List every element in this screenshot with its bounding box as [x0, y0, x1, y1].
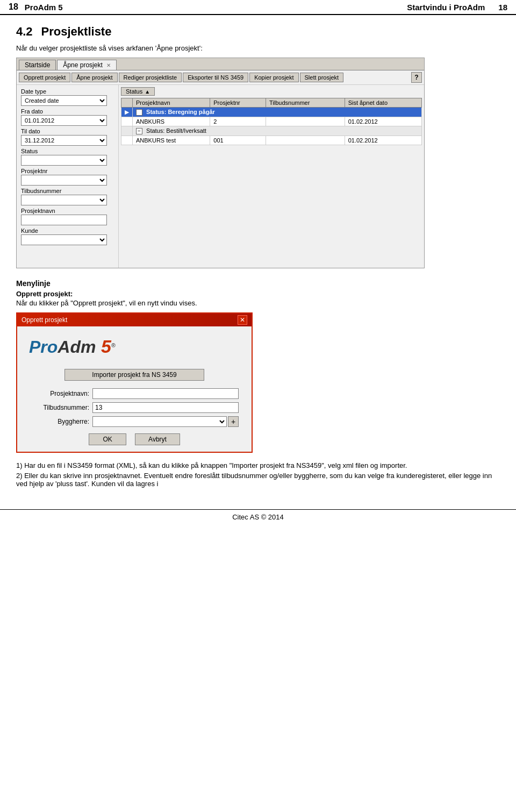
date-type-row: Date type Created date	[21, 88, 114, 106]
tilbudsnummer-field-label: Tilbudsnummer:	[30, 404, 89, 411]
import-ns3459-button[interactable]: Importer prosjekt fra NS 3459	[64, 369, 204, 381]
status-row: Status	[21, 148, 114, 166]
logo-text: ProAdm 5®	[29, 336, 116, 357]
table-row[interactable]: ▶ − Status: Beregning pågår	[121, 108, 422, 117]
byggherre-field-label: Byggherre:	[30, 418, 89, 425]
tilbudsnummer-label: Tilbudsnummer	[21, 188, 114, 194]
kunde-select[interactable]	[21, 234, 107, 245]
til-dato-label: Til dato	[21, 128, 114, 134]
menylinje-title: Menylinje	[16, 279, 500, 288]
cell-tilbudsnummer	[266, 117, 345, 126]
tab-bar: Startside Åpne prosjekt ✕	[17, 58, 424, 70]
rediger-prosjektliste-button[interactable]: Rediger prosjektliste	[119, 73, 182, 82]
dialog-body: ProAdm 5® Importer prosjekt fra NS 3459 …	[17, 326, 252, 452]
group-label-bestilt: − Status: Bestilt/Iverksatt	[133, 126, 422, 136]
page-num-left: 18	[9, 2, 18, 12]
tab-startside[interactable]: Startside	[19, 60, 56, 70]
expand-icon-2[interactable]: −	[136, 128, 142, 134]
prosjektnavn-row: Prosjektnavn	[21, 208, 114, 225]
status-label: Status	[21, 148, 114, 154]
logo-reg: ®	[111, 342, 116, 348]
prosjektnr-select[interactable]	[21, 175, 107, 186]
dialog-close-button[interactable]: ✕	[238, 315, 247, 325]
fra-dato-select[interactable]: 01.01.2012	[21, 115, 107, 126]
help-button[interactable]: ?	[411, 72, 422, 83]
avbryt-button[interactable]: Avbryt	[135, 433, 180, 445]
prosjektnr-label: Prosjektnr	[21, 168, 114, 174]
dialog-logo: ProAdm 5®	[26, 333, 243, 360]
page-header: 18 ProAdm 5 Startvindu i ProAdm 18	[0, 0, 516, 15]
date-type-select[interactable]: Created date	[21, 95, 107, 106]
col-prosjektnr: Prosjektnr	[210, 98, 266, 108]
prosjektnavn-field-row: Prosjektnavn:	[30, 388, 239, 399]
slett-prosjekt-button[interactable]: Slett prosjekt	[300, 73, 344, 82]
filter-panel: Date type Created date Fra dato 01.01.20…	[17, 85, 119, 268]
table-row[interactable]: − Status: Bestilt/Iverksatt	[121, 126, 422, 136]
dialog-buttons: OK Avbryt	[26, 433, 243, 445]
kunde-label: Kunde	[21, 227, 114, 234]
cell-prosjektnavn: ANBKURS	[133, 117, 210, 126]
ok-button[interactable]: OK	[89, 433, 126, 445]
opprett-subtitle: Opprett prosjekt:	[16, 290, 500, 298]
header-left: 18 ProAdm 5	[9, 2, 63, 12]
main-content: 4.2 Prosjektliste Når du velger prosjekt…	[0, 15, 516, 498]
col-prosjektnavn: Prosjektnavn	[133, 98, 210, 108]
prosjektnavn-label: Prosjektnavn	[21, 208, 114, 214]
fra-dato-row: Fra dato 01.01.2012	[21, 108, 114, 126]
tilbudsnummer-field-input[interactable]	[92, 402, 239, 413]
table-row[interactable]: ANBKURS 2 01.02.2012	[121, 117, 422, 126]
til-dato-select[interactable]: 31.12.2012	[21, 135, 107, 146]
prosjektnavn-input[interactable]	[21, 215, 107, 225]
tilbudsnummer-row: Tilbudsnummer	[21, 188, 114, 205]
til-dato-row: Til dato 31.12.2012	[21, 128, 114, 146]
col-indicator	[121, 98, 133, 108]
opprett-desc: Når du klikker på "Opprett prosjekt", vi…	[16, 299, 500, 307]
tilbudsnummer-field-row: Tilbudsnummer:	[30, 402, 239, 413]
prosjektnavn-field-input[interactable]	[92, 388, 239, 399]
kopier-prosjekt-button[interactable]: Kopier prosjekt	[249, 73, 298, 82]
logo-adm: Adm	[58, 337, 96, 357]
status-select[interactable]	[21, 155, 107, 166]
dialog-titlebar: Opprett prosjekt ✕	[17, 314, 252, 326]
byggherre-field-row: Byggherre: +	[30, 416, 239, 427]
logo-pro: Pro	[29, 337, 58, 357]
chapter-title: Startvindu i ProAdm	[407, 3, 485, 12]
byggherre-field-select[interactable]	[92, 416, 227, 427]
col-tilbudsnummer: Tilbudsnummer	[266, 98, 345, 108]
page-num-right: 18	[498, 3, 507, 12]
section-title: Prosjektliste	[41, 25, 112, 39]
status-sort-button[interactable]: Status ▲	[121, 87, 155, 96]
logo-five: 5	[96, 336, 111, 357]
expand-icon[interactable]: −	[136, 109, 142, 116]
tab-close-icon[interactable]: ✕	[106, 62, 111, 68]
fra-dato-label: Fra dato	[21, 108, 114, 115]
cell-prosjektnavn-2: ANBKURS test	[133, 136, 210, 145]
section-desc: Når du velger prosjektliste så vises ark…	[16, 44, 500, 52]
row-indicator	[121, 136, 133, 145]
tab-apne-prosjekt[interactable]: Åpne prosjekt ✕	[57, 60, 117, 70]
table-row[interactable]: ANBKURS test 001 01.02.2012	[121, 136, 422, 145]
tab-startside-label: Startside	[25, 61, 50, 69]
cell-prosjektnr-2: 001	[210, 136, 266, 145]
opprett-prosjekt-button[interactable]: Opprett prosjekt	[19, 73, 70, 82]
bottom-text-p2: 2) Eller du kan skrive inn prosjektnavne…	[16, 472, 500, 488]
row-arrow: ▶	[121, 108, 133, 117]
table-header-row: Prosjektnavn Prosjektnr Tilbudsnummer Si…	[121, 98, 422, 108]
eksporter-ns3459-button[interactable]: Eksporter til NS 3459	[183, 73, 248, 82]
date-type-label: Date type	[21, 88, 114, 95]
col-dato: Sist åpnet dato	[345, 98, 421, 108]
byggherre-plus-button[interactable]: +	[228, 416, 239, 427]
footer-text: Citec AS © 2014	[232, 513, 284, 521]
row-indicator	[121, 126, 133, 136]
apne-prosjekt-button[interactable]: Åpne prosjekt	[71, 73, 117, 82]
app-name: ProAdm 5	[25, 3, 63, 12]
cell-prosjektnr: 2	[210, 117, 266, 126]
cell-tilbudsnummer-2	[266, 136, 345, 145]
tab-apne-prosjekt-label: Åpne prosjekt	[63, 61, 102, 69]
page-footer: Citec AS © 2014	[0, 509, 516, 524]
toolbar: Opprett prosjekt Åpne prosjekt Rediger p…	[17, 70, 424, 85]
section-heading: 4.2 Prosjektliste	[16, 25, 500, 39]
tilbudsnummer-select[interactable]	[21, 195, 107, 205]
project-table: Prosjektnavn Prosjektnr Tilbudsnummer Si…	[121, 98, 422, 145]
bottom-text-p1: 1) Har du en fil i NS3459 format (XML), …	[16, 461, 500, 469]
